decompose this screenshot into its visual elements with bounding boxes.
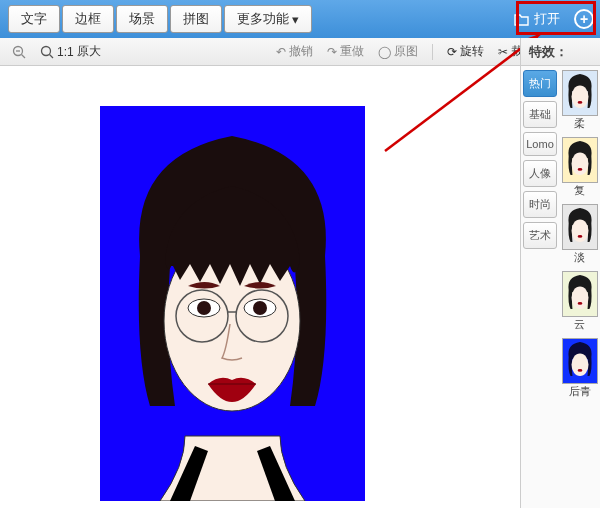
effect-category-list: 热门基础Lomo人像时尚艺术 [521, 66, 559, 508]
svg-point-24 [571, 353, 588, 376]
svg-point-21 [577, 235, 582, 238]
open-label: 打开 [534, 10, 560, 28]
effect-thumb-0[interactable] [562, 70, 598, 116]
svg-point-16 [571, 85, 588, 108]
sub-toolbar: 1:1 原大 ↶ 撤销 ↷ 重做 ◯ 原图 ⟳ 旋转 ✂ 裁剪 ⛶ 尺寸 [0, 38, 600, 66]
svg-point-17 [577, 101, 582, 104]
add-button[interactable]: + [574, 9, 594, 29]
rotate-button[interactable]: ⟳ 旋转 [447, 43, 484, 60]
zoom-ratio[interactable]: 1:1 原大 [40, 43, 101, 60]
open-button[interactable]: 打开 [506, 6, 568, 32]
redo-icon: ↷ [327, 45, 337, 59]
tab-frame[interactable]: 边框 [62, 5, 114, 33]
tab-scene[interactable]: 场景 [116, 5, 168, 33]
original-button[interactable]: ◯ 原图 [378, 43, 418, 60]
undo-button[interactable]: ↶ 撤销 [276, 43, 313, 60]
portrait-illustration [100, 106, 365, 501]
svg-point-3 [42, 46, 51, 55]
tab-more-label: 更多功能 [237, 10, 289, 28]
category-0[interactable]: 热门 [523, 70, 557, 97]
svg-point-18 [571, 152, 588, 175]
effects-title: 特效： [521, 38, 600, 66]
effect-thumb-2[interactable] [562, 204, 598, 250]
effect-label-1: 复 [562, 183, 598, 198]
effects-panel: 特效： 热门基础Lomo人像时尚艺术 柔复淡云后青 [520, 38, 600, 508]
effect-thumb-3[interactable] [562, 271, 598, 317]
tab-text[interactable]: 文字 [8, 5, 60, 33]
tab-collage[interactable]: 拼图 [170, 5, 222, 33]
tab-more[interactable]: 更多功能 ▾ [224, 5, 312, 33]
category-3[interactable]: 人像 [523, 160, 557, 187]
category-2[interactable]: Lomo [523, 132, 557, 156]
divider [432, 44, 433, 60]
scissors-icon: ✂ [498, 45, 508, 59]
category-5[interactable]: 艺术 [523, 222, 557, 249]
rotate-icon: ⟳ [447, 45, 457, 59]
chevron-down-icon: ▾ [292, 12, 299, 27]
folder-open-icon [514, 12, 530, 26]
svg-point-19 [577, 168, 582, 171]
svg-point-23 [577, 302, 582, 305]
category-4[interactable]: 时尚 [523, 191, 557, 218]
effect-label-4: 后青 [562, 384, 598, 399]
svg-point-20 [571, 219, 588, 242]
effect-label-2: 淡 [562, 250, 598, 265]
svg-line-4 [50, 54, 54, 58]
effect-thumbnail-list: 柔复淡云后青 [559, 66, 600, 508]
svg-point-9 [253, 301, 267, 315]
effect-label-0: 柔 [562, 116, 598, 131]
zoom-icon [40, 45, 54, 59]
svg-point-22 [571, 286, 588, 309]
main-toolbar: 文字 边框 场景 拼图 更多功能 ▾ 打开 + [0, 0, 600, 38]
effect-thumb-1[interactable] [562, 137, 598, 183]
edited-image[interactable] [100, 106, 365, 501]
effect-label-3: 云 [562, 317, 598, 332]
canvas-area[interactable] [0, 66, 520, 508]
svg-point-25 [577, 369, 582, 372]
svg-point-7 [197, 301, 211, 315]
redo-button[interactable]: ↷ 重做 [327, 43, 364, 60]
zoom-out-button[interactable] [12, 45, 26, 59]
circle-icon: ◯ [378, 45, 391, 59]
undo-icon: ↶ [276, 45, 286, 59]
zoom-out-icon [12, 45, 26, 59]
svg-line-1 [22, 54, 26, 58]
effect-thumb-4[interactable] [562, 338, 598, 384]
category-1[interactable]: 基础 [523, 101, 557, 128]
